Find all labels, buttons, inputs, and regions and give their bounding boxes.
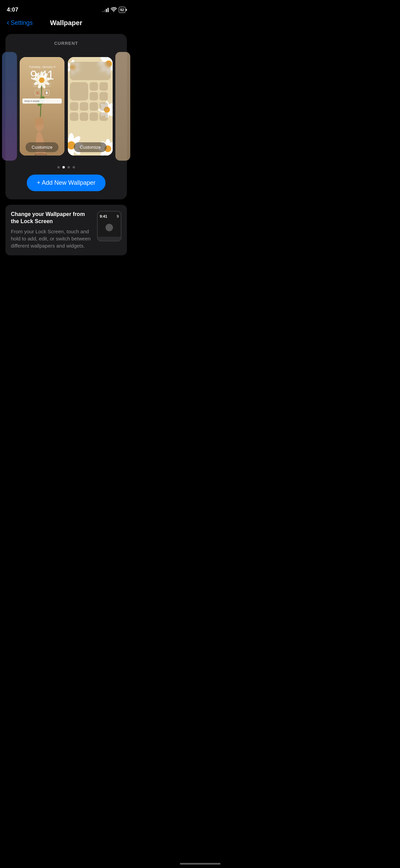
back-label: Settings [11, 19, 33, 26]
hs-grid-row1 [70, 82, 111, 101]
page-dots [57, 166, 75, 168]
section-label: CURRENT [54, 41, 78, 46]
hs-small-icons-right [90, 82, 108, 101]
battery-icon: 92 [119, 7, 126, 13]
ls-icons-row: G 📋 [20, 90, 64, 96]
page-title: Wallpaper [50, 19, 82, 27]
battery-level: 92 [120, 8, 124, 12]
dot-2[interactable] [62, 166, 65, 168]
phone-mockup: 9:41 9 [97, 211, 121, 241]
lockscreen-customize-btn[interactable]: Customize [25, 142, 58, 152]
wallpaper-previews: Tuesday, January 9 9:41 ☀ BIRTHDAY TODAY… [11, 52, 121, 161]
info-text: Change your Wallpaper from the Lock Scre… [11, 211, 92, 249]
nav-bar: ‹ Settings Wallpaper [0, 17, 132, 31]
wallpaper-card: CURRENT [5, 34, 127, 199]
dot-3[interactable] [68, 166, 70, 168]
hs-icon-row3 [70, 112, 111, 121]
lockscreen-overlay: Tuesday, January 9 9:41 ☀ BIRTHDAY TODAY… [20, 57, 64, 156]
dot-1[interactable] [57, 166, 60, 168]
status-bar: 4:07 92 [0, 0, 132, 17]
wallpaper-peek-left[interactable] [2, 52, 17, 161]
wifi-icon [111, 7, 117, 13]
phone-mockup-screen: 9:41 9 [98, 212, 121, 237]
ls-subtitle: ☀ BIRTHDAY TODAYPrincess_icky_Girlz [20, 83, 64, 88]
homescreen-thumb[interactable]: Customize [68, 57, 113, 156]
chevron-left-icon: ‹ [7, 19, 9, 26]
wallpaper-pair: Tuesday, January 9 9:41 ☀ BIRTHDAY TODAY… [17, 57, 115, 156]
signal-icon [102, 8, 109, 12]
ls-icon-clipboard: 📋 [43, 90, 50, 96]
back-button[interactable]: ‹ Settings [7, 19, 33, 26]
add-wallpaper-button[interactable]: + Add New Wallpaper [27, 175, 106, 191]
main-content: CURRENT [0, 31, 132, 259]
status-icons: 92 [102, 7, 126, 13]
lockscreen-thumb[interactable]: Tuesday, January 9 9:41 ☀ BIRTHDAY TODAY… [20, 57, 64, 156]
ls-icon-google: G [35, 90, 41, 96]
info-card: Change your Wallpaper from the Lock Scre… [5, 205, 127, 255]
phone-mockup-bottom [98, 237, 121, 241]
hs-icon-2x2 [70, 82, 88, 101]
phone-mockup-9: 9 [117, 214, 119, 218]
info-title: Change your Wallpaper from the Lock Scre… [11, 211, 92, 225]
homescreen-customize-btn[interactable]: Customize [74, 142, 107, 152]
hs-widget-top [70, 62, 111, 80]
hs-icon-row2 [70, 102, 111, 111]
dot-4[interactable] [73, 166, 75, 168]
wallpaper-peek-right[interactable] [115, 52, 130, 161]
phone-mockup-circle [106, 224, 113, 231]
status-time: 4:07 [7, 6, 18, 13]
hs-icons-overlay [70, 62, 111, 121]
ls-note: Keep it simple. [22, 98, 62, 104]
info-desc: From your Lock Screen, touch and hold to… [11, 228, 92, 249]
ls-time: 9:41 [20, 69, 64, 82]
phone-mockup-time: 9:41 [100, 214, 107, 218]
